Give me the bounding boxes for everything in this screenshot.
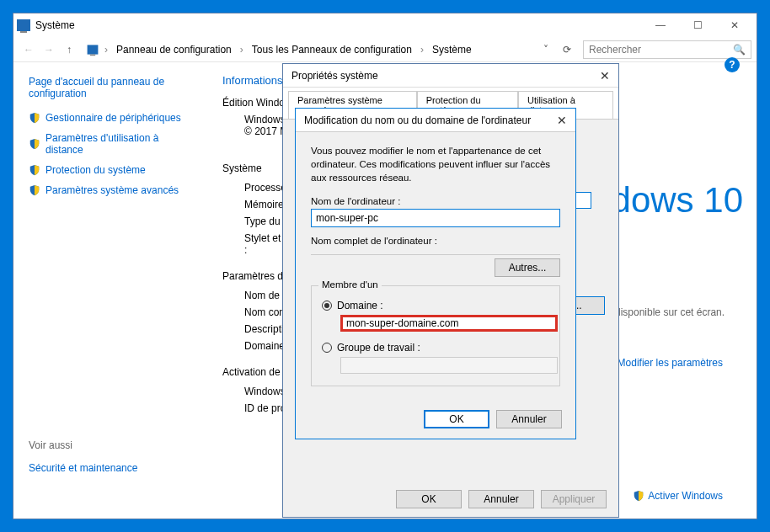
chevron-right-icon: › <box>237 44 247 56</box>
fullname-label: Nom complet de l'ordinateur : <box>311 236 560 246</box>
breadcrumb: › Panneau de configuration › Tous les Pa… <box>86 40 576 60</box>
titlebar: Système — ☐ ✕ <box>13 13 757 37</box>
member-of-fieldset: Membre d'un Domaine : Groupe de travail … <box>311 285 560 386</box>
back-button[interactable]: ← <box>19 40 39 60</box>
up-button[interactable]: ↑ <box>59 40 79 60</box>
computer-name-label: Nom de l'ordinateur : <box>311 196 560 206</box>
cancel-button[interactable]: Annuler <box>496 410 562 428</box>
shield-icon <box>29 164 40 176</box>
breadcrumb-item[interactable]: Panneau de configuration <box>113 41 235 58</box>
forward-button[interactable]: → <box>39 40 59 60</box>
dialog-description: Vous pouvez modifier le nom et l'apparte… <box>311 144 560 184</box>
ok-button[interactable]: OK <box>396 490 462 508</box>
modify-settings-link[interactable]: Modifier les paramètres <box>602 357 723 369</box>
close-icon[interactable]: ✕ <box>600 69 610 82</box>
sidebar-advanced-settings[interactable]: Paramètres système avancés <box>29 180 199 200</box>
activate-windows-link[interactable]: Activer Windows <box>633 490 723 502</box>
workgroup-radio[interactable] <box>322 343 332 353</box>
sidebar-home-link[interactable]: Page d'accueil du panneau de configurati… <box>29 72 199 108</box>
breadcrumb-item[interactable]: Tous les Panneaux de configuration <box>249 41 415 58</box>
maximize-button[interactable]: ☐ <box>679 13 716 37</box>
chevron-right-icon: › <box>417 44 427 56</box>
domain-radio-row[interactable]: Domaine : <box>322 300 549 311</box>
domain-radio[interactable] <box>322 301 332 311</box>
workgroup-input <box>340 357 558 374</box>
search-icon: 🔍 <box>733 44 746 56</box>
others-button[interactable]: Autres... <box>495 258 560 277</box>
window-controls: — ☐ ✕ <box>642 13 753 37</box>
chevron-right-icon: › <box>101 44 111 56</box>
windows-10-brand: dows 10 <box>612 180 743 221</box>
ok-button[interactable]: OK <box>424 410 489 428</box>
breadcrumb-item[interactable]: Système <box>429 41 475 58</box>
computer-name-input[interactable] <box>311 209 560 227</box>
window-title: Système <box>35 19 75 31</box>
pen-touch-value: disponible sur cet écran. <box>615 306 733 318</box>
system-icon <box>17 19 30 31</box>
domain-radio-label: Domaine : <box>337 300 383 311</box>
dialog-titlebar: Propriétés système ✕ <box>283 64 618 88</box>
domain-input[interactable] <box>340 315 558 332</box>
minimize-button[interactable]: — <box>642 13 679 37</box>
sidebar: Page d'accueil du panneau de configurati… <box>13 62 206 519</box>
chevron-down-icon[interactable]: ˅ <box>536 40 556 60</box>
breadcrumb-icon <box>88 45 99 54</box>
search-input[interactable] <box>589 44 733 56</box>
sidebar-remote-settings[interactable]: Paramètres d'utilisation à distance <box>29 128 199 160</box>
shield-icon <box>29 112 40 124</box>
shield-icon <box>29 184 40 196</box>
workgroup-radio-row[interactable]: Groupe de travail : <box>322 342 549 354</box>
close-button[interactable]: ✕ <box>716 13 753 37</box>
nav-bar: ← → ↑ › Panneau de configuration › Tous … <box>13 37 757 62</box>
close-icon[interactable]: ✕ <box>557 114 567 127</box>
shield-icon <box>633 490 644 502</box>
see-also-label: Voir aussi <box>29 436 199 458</box>
sidebar-device-manager[interactable]: Gestionnaire de périphériques <box>29 108 199 128</box>
workgroup-radio-label: Groupe de travail : <box>337 342 420 354</box>
refresh-button[interactable]: ⟳ <box>558 44 576 56</box>
search-box[interactable]: 🔍 <box>583 40 751 59</box>
sidebar-system-protection[interactable]: Protection du système <box>29 160 199 180</box>
dialog-titlebar: Modification du nom ou du domaine de l'o… <box>296 109 575 132</box>
dialog-button-row: OK Annuler <box>424 410 562 428</box>
dialog-title: Propriétés système <box>291 70 378 82</box>
member-of-legend: Membre d'un <box>318 279 382 290</box>
apply-button[interactable]: Appliquer <box>541 490 607 508</box>
cancel-button[interactable]: Annuler <box>468 490 534 508</box>
dialog-title: Modification du nom ou du domaine de l'o… <box>304 114 531 126</box>
name-domain-dialog: Modification du nom ou du domaine de l'o… <box>295 108 576 439</box>
sidebar-security-maintenance[interactable]: Sécurité et maintenance <box>29 458 199 478</box>
dialog-body: Vous pouvez modifier le nom et l'apparte… <box>296 132 575 398</box>
dialog-button-row: OK Annuler Appliquer <box>283 481 618 517</box>
shield-icon <box>29 138 40 150</box>
